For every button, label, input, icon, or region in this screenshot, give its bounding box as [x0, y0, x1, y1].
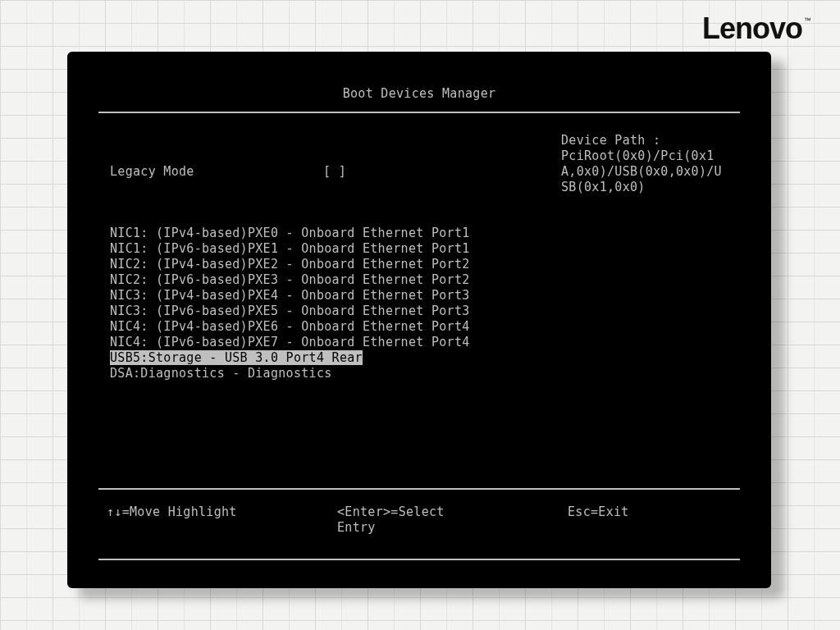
- boot-device-label: NIC2: (IPv4-based)PXE2 - Onboard Etherne…: [110, 257, 470, 272]
- device-path-label: Device Path :: [561, 133, 728, 148]
- hint-move: ↑↓=Move Highlight: [107, 504, 255, 536]
- boot-device-item[interactable]: NIC3: (IPv4-based)PXE4 - Onboard Etherne…: [110, 288, 504, 304]
- boot-device-label: NIC3: (IPv4-based)PXE4 - Onboard Etherne…: [110, 288, 470, 303]
- footer-area: ↑↓=Move Highlight <Enter>=Select Entry E…: [84, 480, 755, 568]
- boot-device-item[interactable]: NIC4: (IPv4-based)PXE6 - Onboard Etherne…: [110, 319, 504, 335]
- device-path-value: PciRoot(0x0)/Pci(0x1A,0x0)/USB(0x0,0x0)/…: [561, 148, 728, 195]
- device-detail-panel: Device Path : PciRoot(0x0)/Pci(0x1A,0x0)…: [536, 133, 728, 413]
- content-area: Legacy Mode [ ] NIC1: (IPv4-based)PXE0 -…: [84, 113, 755, 413]
- footer-divider-bottom: [98, 559, 740, 560]
- legacy-mode-value: [ ]: [323, 164, 346, 180]
- boot-device-label: NIC3: (IPv6-based)PXE5 - Onboard Etherne…: [110, 304, 470, 318]
- boot-device-item[interactable]: NIC2: (IPv4-based)PXE2 - Onboard Etherne…: [110, 257, 504, 272]
- boot-device-item[interactable]: USB5:Storage - USB 3.0 Port4 Rear: [110, 350, 504, 366]
- trademark-icon: ™: [804, 16, 810, 25]
- boot-device-label: NIC4: (IPv4-based)PXE6 - Onboard Etherne…: [110, 319, 470, 334]
- legacy-mode-row[interactable]: Legacy Mode [ ]: [110, 164, 504, 180]
- boot-device-item[interactable]: NIC2: (IPv6-based)PXE3 - Onboard Etherne…: [110, 272, 504, 288]
- boot-device-label: USB5:Storage - USB 3.0 Port4 Rear: [110, 350, 363, 365]
- bios-screen: Boot Devices Manager Legacy Mode [ ] NIC…: [84, 62, 755, 578]
- boot-device-label: NIC4: (IPv6-based)PXE7 - Onboard Etherne…: [110, 335, 470, 349]
- legacy-mode-label: Legacy Mode: [110, 164, 323, 180]
- brand-text: Lenovo: [702, 11, 802, 45]
- boot-device-label: NIC1: (IPv4-based)PXE0 - Onboard Etherne…: [110, 226, 470, 240]
- hint-exit: Esc=Exit: [486, 504, 732, 536]
- footer-divider-top: [98, 488, 740, 490]
- boot-device-item[interactable]: NIC1: (IPv6-based)PXE1 - Onboard Etherne…: [110, 241, 504, 257]
- boot-device-item[interactable]: DSA:Diagnostics - Diagnostics: [110, 366, 504, 381]
- boot-device-label: NIC1: (IPv6-based)PXE1 - Onboard Etherne…: [110, 241, 470, 256]
- boot-device-item[interactable]: NIC4: (IPv6-based)PXE7 - Onboard Etherne…: [110, 335, 504, 350]
- key-hints: ↑↓=Move Highlight <Enter>=Select Entry E…: [84, 498, 755, 550]
- page-title: Boot Devices Manager: [343, 86, 496, 101]
- device-list-column: Legacy Mode [ ] NIC1: (IPv4-based)PXE0 -…: [110, 133, 504, 413]
- brand-logo: Lenovo™: [702, 11, 810, 46]
- boot-device-label: DSA:Diagnostics - Diagnostics: [110, 366, 332, 381]
- boot-device-item[interactable]: NIC3: (IPv6-based)PXE5 - Onboard Etherne…: [110, 304, 504, 319]
- boot-device-label: NIC2: (IPv6-based)PXE3 - Onboard Etherne…: [110, 272, 470, 287]
- boot-device-item[interactable]: NIC1: (IPv4-based)PXE0 - Onboard Etherne…: [110, 226, 504, 241]
- bios-window: Boot Devices Manager Legacy Mode [ ] NIC…: [67, 52, 771, 588]
- boot-device-list: NIC1: (IPv4-based)PXE0 - Onboard Etherne…: [110, 226, 504, 381]
- hint-select: <Enter>=Select Entry: [255, 504, 486, 536]
